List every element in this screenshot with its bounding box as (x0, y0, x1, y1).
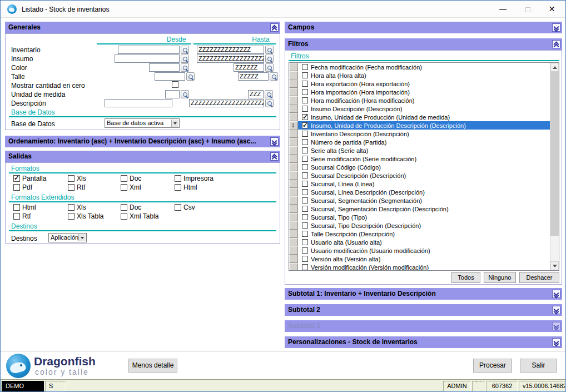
format-checkbox-item[interactable]: Pdf (13, 183, 68, 191)
format-checkbox-item[interactable]: Html (13, 204, 68, 211)
row-selector[interactable] (289, 138, 298, 146)
menos-detalle-button[interactable]: Menos detalle (128, 359, 177, 373)
subtotal1-section-header[interactable]: Subtotal 1: Inventario + Inventario Desc… (285, 288, 562, 300)
scrollbar-thumb[interactable] (550, 72, 559, 236)
scroll-down-icon[interactable] (550, 261, 559, 270)
filter-row[interactable]: Número de partida (Partida) (289, 138, 551, 146)
filter-row[interactable]: Fecha modificación (Fecha modificación) (289, 63, 551, 71)
talle-hasta-search-icon[interactable] (270, 72, 278, 81)
filter-row[interactable]: Sucursal, Tipo Descripción (Descripción) (289, 221, 551, 230)
unidad-hasta-search-icon[interactable] (265, 90, 273, 98)
personalizaciones-section-header[interactable]: Personalizaciones - Stock de inventarios (285, 336, 562, 348)
filter-checkbox[interactable] (302, 64, 308, 70)
inventario-desde-input[interactable] (118, 46, 180, 54)
row-selector[interactable] (289, 188, 298, 196)
insumo-desde-search-icon[interactable] (181, 54, 189, 63)
salir-button[interactable]: Salir (520, 359, 557, 373)
format-checkbox-item[interactable]: Html (175, 183, 225, 191)
checkbox-icon[interactable] (121, 184, 127, 191)
filter-checkbox[interactable] (302, 172, 308, 178)
collapse-icon[interactable] (270, 152, 279, 161)
filter-row[interactable]: Sucursal, Segmentación Descripción (Desc… (289, 205, 551, 213)
format-checkbox-item[interactable]: Xml Tabla (121, 212, 175, 220)
format-checkbox-item[interactable]: Doc (121, 204, 175, 211)
row-selector[interactable] (289, 238, 298, 246)
filter-checkbox[interactable] (302, 239, 308, 245)
filter-checkbox[interactable] (302, 164, 308, 170)
filter-checkbox[interactable] (302, 97, 308, 103)
maximize-button[interactable] (515, 1, 540, 18)
row-selector[interactable] (289, 205, 298, 213)
row-selector[interactable] (289, 196, 298, 205)
insumo-hasta-search-icon[interactable] (265, 54, 274, 63)
color-hasta-search-icon[interactable] (265, 63, 274, 72)
insumo-desde-input[interactable] (115, 54, 180, 63)
campos-section-header[interactable]: Campos (285, 22, 562, 33)
checkbox-icon[interactable] (68, 184, 75, 191)
filter-row[interactable]: Usuario modificación (Usuario modificaci… (289, 246, 551, 255)
descripcion-hasta-input[interactable]: ZZZZZZZZZZZZZZZZZZZZ (189, 99, 264, 107)
filter-checkbox[interactable] (302, 106, 308, 112)
deshacer-button[interactable]: Deshacer (519, 272, 559, 283)
inventario-hasta-input[interactable]: ZZZZZZZZZZZZZZ (197, 46, 264, 54)
filter-checkbox[interactable] (302, 156, 308, 162)
descripcion-hasta-search-icon[interactable] (265, 99, 274, 107)
color-hasta-input[interactable]: ZZZZZZ (234, 63, 264, 72)
row-selector[interactable] (289, 171, 298, 180)
row-selector[interactable] (289, 263, 298, 271)
color-desde-search-icon[interactable] (181, 63, 189, 72)
expand-icon[interactable] (552, 290, 560, 298)
talle-hasta-input[interactable]: ZZZZZ (238, 72, 269, 81)
expand-icon[interactable] (552, 23, 560, 32)
checkbox-icon[interactable] (13, 213, 20, 220)
ordenamiento-section-header[interactable]: Ordenamiento: Inventario (asc) + Inventa… (5, 136, 280, 147)
chevron-down-icon[interactable] (78, 234, 86, 241)
format-checkbox-item[interactable]: Csv (175, 204, 225, 211)
checkbox-icon[interactable] (13, 204, 20, 211)
filter-row[interactable]: Insumo Descripción (Descripción) (289, 105, 551, 113)
filter-checkbox[interactable] (302, 189, 308, 195)
filter-checkbox[interactable] (302, 114, 308, 120)
filter-row[interactable]: Sucursal, Tipo (Tipo) (289, 213, 551, 221)
filter-checkbox[interactable] (302, 256, 308, 262)
minimize-button[interactable]: — (490, 1, 515, 18)
checkbox-icon[interactable] (68, 175, 75, 182)
filter-row[interactable]: Sucursal, Segmentación (Segmentación) (289, 196, 551, 205)
checkbox-icon[interactable] (68, 204, 75, 211)
format-checkbox-item[interactable]: Pantalla (13, 175, 68, 182)
salidas-section-header[interactable]: Salidas (5, 151, 280, 162)
filter-checkbox[interactable] (302, 81, 308, 87)
inventario-desde-search-icon[interactable] (181, 46, 189, 54)
checkbox-icon[interactable] (121, 175, 127, 182)
cantidad-cero-checkbox[interactable] (172, 81, 178, 88)
filter-row[interactable]: Versión alta (Versión alta) (289, 255, 551, 263)
expand-icon[interactable] (270, 137, 279, 146)
filter-row[interactable]: Hora exportación (Hora exportación) (289, 80, 551, 88)
format-checkbox-item[interactable]: Rtf (13, 212, 68, 220)
row-selector[interactable] (289, 71, 298, 80)
collapse-icon[interactable] (552, 40, 560, 48)
close-button[interactable]: ✕ (539, 1, 564, 18)
destinos-select[interactable]: Aplicación (48, 233, 87, 242)
filter-checkbox[interactable] (302, 247, 308, 254)
generales-section-header[interactable]: Generales (5, 22, 280, 33)
row-selector[interactable] (289, 213, 298, 221)
filter-checkbox[interactable] (302, 231, 308, 237)
filter-row[interactable]: Serie modificación (Serie modificación) (289, 155, 551, 163)
filter-checkbox[interactable] (302, 122, 308, 128)
filter-row[interactable]: Serie alta (Serie alta) (289, 146, 551, 155)
talle-desde-input[interactable] (155, 72, 185, 81)
filter-checkbox[interactable] (302, 206, 308, 212)
subtotal2-section-header[interactable]: Subtotal 2 (285, 304, 562, 316)
format-checkbox-item[interactable]: Xls Tabla (68, 212, 121, 220)
filter-checkbox[interactable] (302, 222, 308, 229)
inventario-hasta-search-icon[interactable] (265, 46, 274, 54)
row-selector[interactable] (289, 230, 298, 238)
todos-button[interactable]: Todos (451, 272, 480, 283)
talle-desde-search-icon[interactable] (186, 72, 195, 81)
filter-row[interactable]: Sucursal Código (Código) (289, 163, 551, 171)
format-checkbox-item[interactable]: Xml (121, 183, 175, 191)
checkbox-icon[interactable] (13, 175, 20, 182)
filter-checkbox[interactable] (302, 214, 308, 220)
checkbox-icon[interactable] (121, 213, 127, 220)
